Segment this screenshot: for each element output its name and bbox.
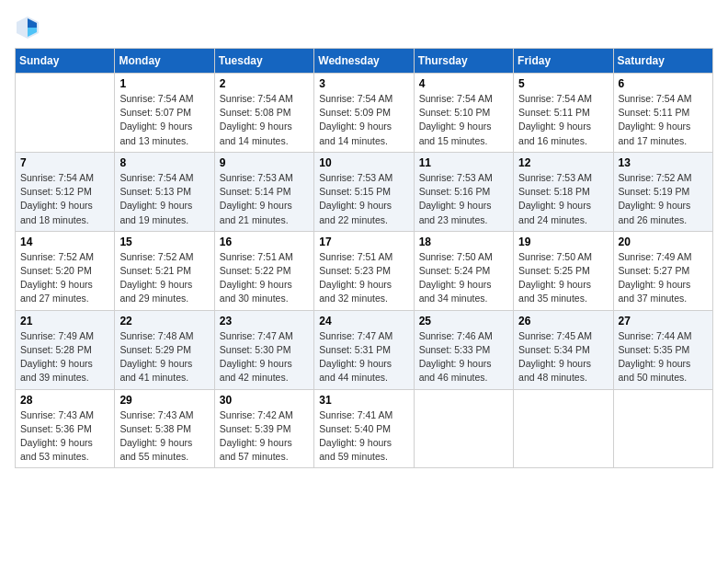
day-info: Sunrise: 7:53 AM Sunset: 5:16 PM Dayligh… [419, 171, 508, 227]
day-number: 21 [20, 315, 109, 327]
calendar-cell: 30Sunrise: 7:42 AM Sunset: 5:39 PM Dayli… [214, 389, 313, 468]
calendar-cell: 10Sunrise: 7:53 AM Sunset: 5:15 PM Dayli… [314, 152, 414, 231]
day-number: 14 [20, 236, 109, 248]
day-info: Sunrise: 7:49 AM Sunset: 5:27 PM Dayligh… [619, 250, 708, 306]
calendar-cell: 27Sunrise: 7:44 AM Sunset: 5:35 PM Dayli… [613, 310, 712, 389]
calendar-cell [514, 389, 613, 468]
day-number: 17 [319, 236, 408, 248]
day-info: Sunrise: 7:47 AM Sunset: 5:31 PM Dayligh… [319, 329, 408, 385]
day-info: Sunrise: 7:54 AM Sunset: 5:11 PM Dayligh… [518, 92, 608, 148]
day-number: 7 [20, 156, 109, 169]
calendar-cell: 24Sunrise: 7:47 AM Sunset: 5:31 PM Dayli… [314, 310, 414, 389]
day-number: 31 [319, 394, 408, 407]
day-info: Sunrise: 7:54 AM Sunset: 5:07 PM Dayligh… [119, 92, 209, 148]
calendar-cell: 14Sunrise: 7:52 AM Sunset: 5:20 PM Dayli… [16, 231, 115, 310]
calendar-cell: 17Sunrise: 7:51 AM Sunset: 5:23 PM Dayli… [314, 231, 414, 310]
day-number: 20 [619, 236, 708, 248]
day-number: 16 [220, 236, 309, 248]
calendar-cell: 12Sunrise: 7:53 AM Sunset: 5:18 PM Dayli… [514, 152, 613, 231]
day-info: Sunrise: 7:46 AM Sunset: 5:33 PM Dayligh… [419, 329, 508, 385]
calendar-cell [613, 389, 712, 468]
calendar-week-row: 21Sunrise: 7:49 AM Sunset: 5:28 PM Dayli… [16, 310, 713, 389]
day-number: 13 [619, 156, 708, 169]
day-number: 9 [220, 156, 309, 169]
day-info: Sunrise: 7:53 AM Sunset: 5:14 PM Dayligh… [220, 171, 309, 227]
day-number: 15 [119, 236, 209, 248]
calendar-cell: 19Sunrise: 7:50 AM Sunset: 5:25 PM Dayli… [514, 231, 613, 310]
day-of-week-header: Saturday [613, 49, 712, 74]
day-info: Sunrise: 7:51 AM Sunset: 5:23 PM Dayligh… [319, 250, 408, 306]
calendar-cell: 1Sunrise: 7:54 AM Sunset: 5:07 PM Daylig… [115, 74, 214, 153]
day-info: Sunrise: 7:54 AM Sunset: 5:10 PM Dayligh… [419, 92, 508, 148]
calendar-week-row: 7Sunrise: 7:54 AM Sunset: 5:12 PM Daylig… [16, 152, 713, 231]
calendar-cell: 6Sunrise: 7:54 AM Sunset: 5:11 PM Daylig… [613, 74, 712, 153]
day-info: Sunrise: 7:54 AM Sunset: 5:08 PM Dayligh… [220, 92, 309, 148]
day-number: 12 [518, 156, 608, 169]
day-number: 18 [419, 236, 508, 248]
day-info: Sunrise: 7:50 AM Sunset: 5:25 PM Dayligh… [518, 250, 608, 306]
day-number: 3 [319, 77, 408, 90]
calendar-cell: 18Sunrise: 7:50 AM Sunset: 5:24 PM Dayli… [414, 231, 513, 310]
day-info: Sunrise: 7:54 AM Sunset: 5:13 PM Dayligh… [119, 171, 209, 227]
day-number: 2 [220, 77, 309, 90]
calendar-cell: 4Sunrise: 7:54 AM Sunset: 5:10 PM Daylig… [414, 74, 513, 153]
logo-icon [15, 15, 40, 40]
calendar-table: SundayMondayTuesdayWednesdayThursdayFrid… [15, 48, 713, 468]
day-number: 4 [419, 77, 508, 90]
calendar-cell: 25Sunrise: 7:46 AM Sunset: 5:33 PM Dayli… [414, 310, 513, 389]
day-number: 10 [319, 156, 408, 169]
day-info: Sunrise: 7:44 AM Sunset: 5:35 PM Dayligh… [619, 329, 708, 385]
calendar-cell: 22Sunrise: 7:48 AM Sunset: 5:29 PM Dayli… [115, 310, 214, 389]
page-header [15, 15, 713, 40]
calendar-cell: 13Sunrise: 7:52 AM Sunset: 5:19 PM Dayli… [613, 152, 712, 231]
calendar-cell: 16Sunrise: 7:51 AM Sunset: 5:22 PM Dayli… [214, 231, 313, 310]
day-number: 5 [518, 77, 608, 90]
calendar-cell: 8Sunrise: 7:54 AM Sunset: 5:13 PM Daylig… [115, 152, 214, 231]
day-info: Sunrise: 7:48 AM Sunset: 5:29 PM Dayligh… [119, 329, 209, 385]
day-info: Sunrise: 7:54 AM Sunset: 5:11 PM Dayligh… [619, 92, 708, 148]
day-info: Sunrise: 7:41 AM Sunset: 5:40 PM Dayligh… [319, 408, 408, 465]
day-info: Sunrise: 7:47 AM Sunset: 5:30 PM Dayligh… [220, 329, 309, 385]
calendar-cell: 5Sunrise: 7:54 AM Sunset: 5:11 PM Daylig… [514, 74, 613, 153]
day-number: 26 [518, 315, 608, 327]
calendar-cell: 23Sunrise: 7:47 AM Sunset: 5:30 PM Dayli… [214, 310, 313, 389]
day-of-week-header: Monday [115, 49, 214, 74]
day-info: Sunrise: 7:42 AM Sunset: 5:39 PM Dayligh… [220, 408, 309, 465]
day-info: Sunrise: 7:43 AM Sunset: 5:36 PM Dayligh… [20, 408, 109, 465]
calendar-header-row: SundayMondayTuesdayWednesdayThursdayFrid… [16, 49, 713, 74]
calendar-cell: 20Sunrise: 7:49 AM Sunset: 5:27 PM Dayli… [613, 231, 712, 310]
day-number: 27 [619, 315, 708, 327]
calendar-week-row: 1Sunrise: 7:54 AM Sunset: 5:07 PM Daylig… [16, 74, 713, 153]
calendar-cell: 3Sunrise: 7:54 AM Sunset: 5:09 PM Daylig… [314, 74, 414, 153]
calendar-cell: 7Sunrise: 7:54 AM Sunset: 5:12 PM Daylig… [16, 152, 115, 231]
day-number: 29 [119, 394, 209, 407]
day-number: 23 [220, 315, 309, 327]
calendar-cell: 9Sunrise: 7:53 AM Sunset: 5:14 PM Daylig… [214, 152, 313, 231]
day-number: 22 [119, 315, 209, 327]
calendar-cell: 15Sunrise: 7:52 AM Sunset: 5:21 PM Dayli… [115, 231, 214, 310]
day-number: 28 [20, 394, 109, 407]
calendar-cell: 11Sunrise: 7:53 AM Sunset: 5:16 PM Dayli… [414, 152, 513, 231]
day-info: Sunrise: 7:43 AM Sunset: 5:38 PM Dayligh… [119, 408, 209, 465]
day-info: Sunrise: 7:53 AM Sunset: 5:15 PM Dayligh… [319, 171, 408, 227]
day-of-week-header: Wednesday [314, 49, 414, 74]
day-number: 25 [419, 315, 508, 327]
day-number: 30 [220, 394, 309, 407]
calendar-cell: 29Sunrise: 7:43 AM Sunset: 5:38 PM Dayli… [115, 389, 214, 468]
logo [15, 15, 44, 40]
day-info: Sunrise: 7:52 AM Sunset: 5:20 PM Dayligh… [20, 250, 109, 306]
calendar-week-row: 28Sunrise: 7:43 AM Sunset: 5:36 PM Dayli… [16, 389, 713, 468]
day-info: Sunrise: 7:49 AM Sunset: 5:28 PM Dayligh… [20, 329, 109, 385]
calendar-week-row: 14Sunrise: 7:52 AM Sunset: 5:20 PM Dayli… [16, 231, 713, 310]
day-number: 6 [619, 77, 708, 90]
calendar-cell: 21Sunrise: 7:49 AM Sunset: 5:28 PM Dayli… [16, 310, 115, 389]
calendar-cell: 26Sunrise: 7:45 AM Sunset: 5:34 PM Dayli… [514, 310, 613, 389]
day-of-week-header: Thursday [414, 49, 513, 74]
calendar-cell: 2Sunrise: 7:54 AM Sunset: 5:08 PM Daylig… [214, 74, 313, 153]
calendar-cell: 28Sunrise: 7:43 AM Sunset: 5:36 PM Dayli… [16, 389, 115, 468]
day-info: Sunrise: 7:51 AM Sunset: 5:22 PM Dayligh… [220, 250, 309, 306]
day-number: 1 [119, 77, 209, 90]
calendar-cell: 31Sunrise: 7:41 AM Sunset: 5:40 PM Dayli… [314, 389, 414, 468]
day-number: 11 [419, 156, 508, 169]
day-info: Sunrise: 7:50 AM Sunset: 5:24 PM Dayligh… [419, 250, 508, 306]
